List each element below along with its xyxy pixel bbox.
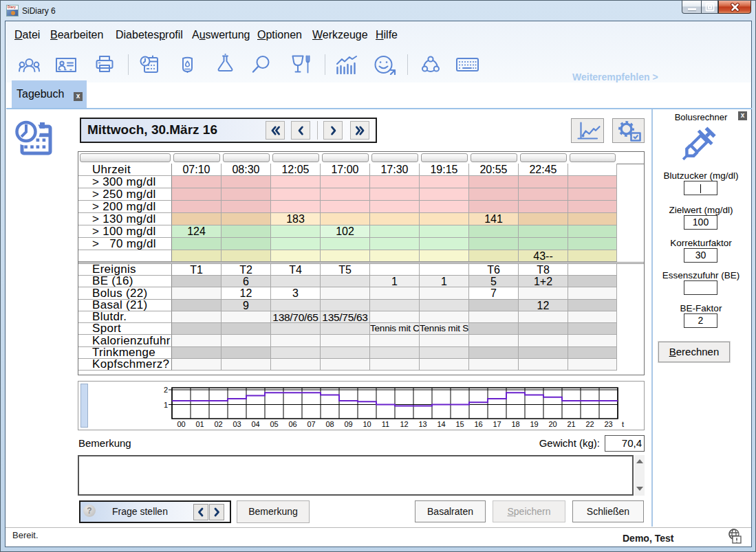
svg-text:16: 16 <box>474 420 482 428</box>
svg-text:00: 00 <box>177 420 185 428</box>
svg-text:18: 18 <box>511 420 519 428</box>
svg-text:t: t <box>622 420 624 428</box>
svg-text:04: 04 <box>251 420 259 428</box>
svg-text:21: 21 <box>567 420 575 428</box>
svg-text:11: 11 <box>382 420 389 428</box>
svg-text:06: 06 <box>288 420 296 428</box>
svg-text:20: 20 <box>548 420 557 428</box>
svg-text:01: 01 <box>195 420 204 428</box>
svg-text:10: 10 <box>363 420 371 428</box>
svg-text:1: 1 <box>164 401 168 409</box>
svg-text:23: 23 <box>604 420 612 428</box>
svg-text:2: 2 <box>164 386 168 394</box>
svg-text:15: 15 <box>455 420 464 428</box>
svg-text:19: 19 <box>530 420 538 428</box>
svg-text:14: 14 <box>437 420 445 428</box>
svg-text:22: 22 <box>585 420 594 428</box>
svg-text:08: 08 <box>325 420 334 428</box>
svg-text:05: 05 <box>270 420 278 428</box>
svg-text:17: 17 <box>493 420 501 428</box>
svg-text:02: 02 <box>214 420 222 428</box>
svg-text:09: 09 <box>344 420 352 428</box>
svg-text:13: 13 <box>418 420 426 428</box>
svg-text:12: 12 <box>400 420 408 428</box>
svg-text:03: 03 <box>233 420 241 428</box>
svg-text:07: 07 <box>307 420 315 428</box>
